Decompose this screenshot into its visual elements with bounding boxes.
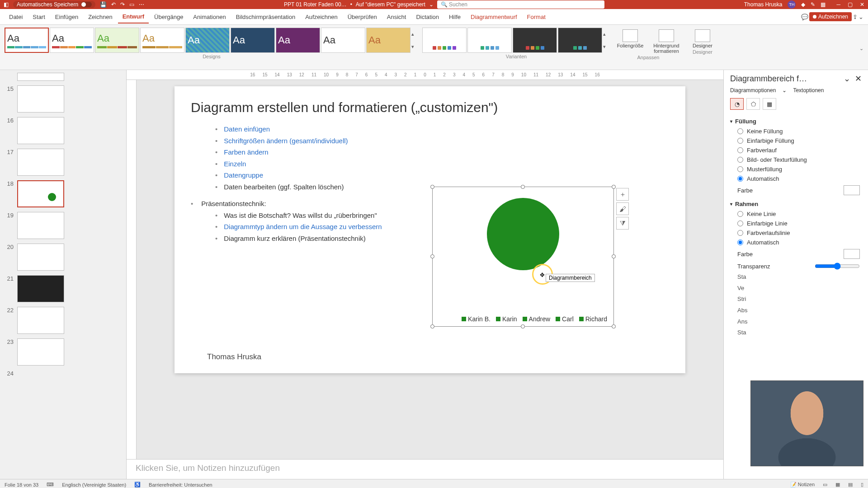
radio-auto-line[interactable]: Automatisch (730, 238, 862, 247)
thumb-18[interactable] (17, 180, 64, 207)
diamond-icon[interactable]: ◆ (801, 1, 805, 8)
chart-style-icon[interactable]: 🖌 (616, 202, 629, 215)
minimize-icon[interactable]: ─ (836, 1, 840, 8)
record-button[interactable]: Aufzeichnen (809, 12, 852, 21)
theme-2[interactable]: Aa (50, 28, 94, 53)
thumb-21[interactable] (17, 275, 64, 302)
notes-toggle[interactable]: 📝 Notizen (790, 482, 815, 488)
calendar-icon[interactable]: ▦ (821, 1, 826, 8)
chevron-down-icon[interactable]: ⌄ (429, 1, 434, 8)
tab-ansicht[interactable]: Ansicht (382, 11, 411, 23)
notes-pane[interactable]: Klicken Sie, um Notizen hinzuzufügen (127, 459, 723, 479)
toggle-switch[interactable] (81, 2, 92, 7)
tab-format[interactable]: Format (523, 11, 550, 23)
chart-object[interactable]: ✥ Diagrammbereich Karin B. Karin Andrew … (432, 187, 614, 327)
tab-zeichnen[interactable]: Zeichnen (84, 11, 117, 23)
webcam-overlay[interactable] (750, 380, 863, 466)
designer-button[interactable]: Designer (686, 29, 719, 48)
tab-aufzeichnen[interactable]: Aufzeichnen (301, 11, 342, 23)
user-name[interactable]: Thomas Hruska (744, 1, 783, 8)
tab-animationen[interactable]: Animationen (189, 11, 230, 23)
radio-picture-fill[interactable]: Bild- oder Texturfüllung (730, 155, 862, 164)
line-color-picker[interactable] (844, 249, 860, 259)
handle-bc[interactable] (521, 324, 525, 328)
tab-ueberpruefen[interactable]: Überprüfen (343, 11, 382, 23)
chart-options-tab[interactable]: Diagrammoptionen (730, 87, 776, 94)
thumbnail-panel[interactable]: 15 16 17 18 19 20 21 22 23 24 (0, 70, 127, 479)
thumb-14-partial[interactable] (17, 73, 64, 81)
close-icon[interactable]: ✕ (860, 1, 864, 8)
slide-size-button[interactable]: Foliengröße (614, 29, 646, 54)
chart-add-icon[interactable]: ＋ (616, 188, 629, 201)
theme-9[interactable]: Aa (366, 28, 410, 53)
pie-chart[interactable] (487, 198, 559, 270)
redo-icon[interactable]: ↷ (120, 1, 125, 8)
share-icon[interactable]: ⇪ (853, 14, 858, 20)
bullet-3[interactable]: Farben ändern (215, 146, 669, 158)
radio-solid-line[interactable]: Einfarbige Linie (730, 219, 862, 228)
theme-7[interactable]: Aa (276, 28, 320, 53)
tab-datei[interactable]: Datei (5, 11, 27, 23)
more-icon[interactable]: ⋯ (139, 1, 144, 8)
radio-no-line[interactable]: Keine Linie (730, 209, 862, 219)
chevron-down-icon[interactable]: ⌄ (782, 87, 787, 94)
view-reading-icon[interactable]: ▤ (848, 482, 853, 488)
text-options-tab[interactable]: Textoptionen (793, 87, 824, 94)
tab-hilfe[interactable]: Hilfe (444, 11, 465, 23)
fill-color-picker[interactable] (844, 185, 860, 195)
thumb-16[interactable] (17, 117, 64, 144)
handle-ml[interactable] (430, 254, 434, 258)
format-background-button[interactable]: Hintergrund formatieren (650, 29, 683, 54)
radio-solid-fill[interactable]: Einfarbige Füllung (730, 136, 862, 145)
autosave-toggle[interactable]: Automatisches Speichern (13, 1, 95, 8)
variant-4[interactable] (558, 28, 602, 53)
author-text[interactable]: Thomas Hruska (207, 352, 261, 361)
fill-line-icon[interactable]: ◔ (730, 98, 744, 110)
theme-3[interactable]: Aa (95, 28, 139, 53)
pane-close-icon[interactable]: ✕ (855, 74, 862, 83)
thumb-15[interactable] (17, 85, 64, 113)
slide-canvas[interactable]: Diagramm erstellen und formatieren („cus… (175, 86, 685, 373)
handle-mr[interactable] (612, 254, 616, 258)
status-slide[interactable]: Folie 18 von 33 (5, 482, 38, 488)
tab-dictation[interactable]: Dictation (411, 11, 443, 23)
variant-3[interactable] (513, 28, 557, 53)
search-input[interactable]: 🔍 Suchen (437, 0, 604, 9)
section-border[interactable]: Rahmen (730, 201, 862, 207)
handle-tr[interactable] (612, 185, 616, 189)
theme-4[interactable]: Aa (140, 28, 184, 53)
thumb-22[interactable] (17, 307, 64, 334)
tab-praesentation[interactable]: Bildschirmpräsentation (231, 11, 300, 23)
tab-entwurf[interactable]: Entwurf (118, 10, 149, 23)
chart-legend[interactable]: Karin B. Karin Andrew Carl Richard (462, 315, 607, 323)
thumb-23[interactable] (17, 338, 64, 366)
bullet-3a[interactable]: Einzeln (215, 158, 669, 170)
filename[interactable]: PPT 01 Roter Faden 00… (284, 1, 347, 8)
bullet-3b[interactable]: Datengruppe (215, 169, 669, 181)
status-lang[interactable]: Englisch (Vereinigte Staaten) (62, 482, 126, 488)
handle-bl[interactable] (430, 324, 434, 328)
tab-uebergaenge[interactable]: Übergänge (150, 11, 188, 23)
radio-pattern-fill[interactable]: Musterfüllung (730, 164, 862, 174)
thumb-17[interactable] (17, 149, 64, 176)
bullet-2[interactable]: Schriftgrößen ändern (gesamt/individuell… (215, 135, 669, 147)
thumb-19[interactable] (17, 212, 64, 239)
theme-5[interactable]: Aa (185, 28, 230, 53)
collapse-ribbon-icon[interactable]: ⌄ (859, 46, 863, 52)
bullet-1[interactable]: Daten einfügen (215, 123, 669, 135)
radio-auto-fill[interactable]: Automatisch (730, 174, 862, 183)
status-access[interactable]: Barrierefreiheit: Untersuchen (149, 482, 212, 488)
radio-no-fill[interactable]: Keine Füllung (730, 127, 862, 136)
tab-einfuegen[interactable]: Einfügen (51, 11, 83, 23)
theme-scroll[interactable]: ▴▾ (411, 28, 419, 53)
thumb-20[interactable] (17, 244, 64, 271)
handle-tc[interactable] (521, 185, 525, 189)
pane-collapse-icon[interactable]: ⌄ (844, 74, 850, 83)
theme-8[interactable]: Aa (321, 28, 365, 53)
slideshow-icon[interactable]: ▭ (129, 1, 134, 8)
avatar[interactable]: TH (788, 0, 796, 9)
size-icon[interactable]: ▦ (763, 98, 776, 110)
collapse-icon[interactable]: ⌄ (859, 14, 863, 20)
section-fill[interactable]: Füllung (730, 118, 862, 125)
view-slideshow-icon[interactable]: ▯ (861, 482, 863, 488)
